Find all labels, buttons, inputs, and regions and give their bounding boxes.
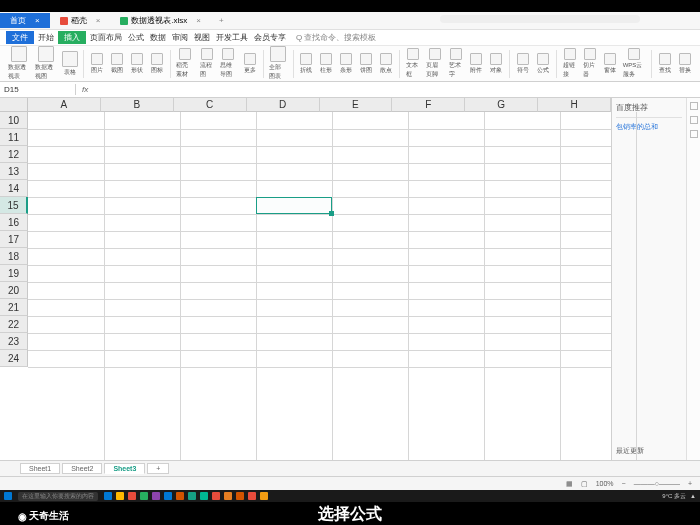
ribbon-button[interactable]: 符号 (514, 52, 532, 76)
ribbon-button[interactable]: 对象 (487, 52, 505, 76)
ribbon-button[interactable]: 流程图 (198, 47, 216, 80)
column-header[interactable]: A (28, 98, 101, 112)
taskbar-app-icon[interactable] (116, 492, 124, 500)
zoom-in-button[interactable]: + (688, 480, 692, 487)
ribbon-button[interactable]: 查找 (656, 52, 674, 76)
column-header[interactable]: D (247, 98, 320, 112)
ribbon-button[interactable]: 图片 (88, 52, 106, 76)
zoom-slider[interactable]: ———○——— (634, 480, 680, 487)
taskbar-app-icon[interactable] (224, 492, 232, 500)
taskbar-app-icon[interactable] (188, 492, 196, 500)
spreadsheet-grid[interactable]: ABCDEFGH 101112131415161718192021222324 (0, 98, 611, 460)
sheet-tab[interactable]: Sheet1 (20, 463, 60, 474)
row-header[interactable]: 22 (0, 316, 28, 333)
ribbon-button[interactable]: 散点 (377, 52, 395, 76)
row-header[interactable]: 23 (0, 333, 28, 350)
row-header[interactable]: 15 (0, 197, 28, 214)
menu-data[interactable]: 数据 (148, 31, 168, 44)
taskbar-app-icon[interactable] (140, 492, 148, 500)
column-header[interactable]: B (101, 98, 174, 112)
ribbon-button[interactable]: 表格 (61, 50, 79, 78)
tray-icon[interactable]: ▲ (690, 493, 696, 499)
column-header[interactable]: E (320, 98, 393, 112)
side-tool-icon[interactable] (690, 130, 698, 138)
column-header[interactable]: H (538, 98, 611, 112)
ribbon-button[interactable]: 条形 (337, 52, 355, 76)
task-pane-link[interactable]: 包销率的总和 (616, 122, 682, 132)
taskbar-app-icon[interactable] (176, 492, 184, 500)
ribbon-button[interactable]: 全部图表 (267, 46, 288, 82)
add-sheet-button[interactable]: + (147, 463, 169, 474)
ribbon-button[interactable]: 饼图 (357, 52, 375, 76)
fill-handle[interactable] (329, 211, 334, 216)
ribbon-button[interactable]: 截图 (108, 52, 126, 76)
command-search[interactable]: Q 查找命令、搜索模板 (296, 32, 376, 43)
active-cell[interactable] (256, 197, 332, 214)
row-header[interactable]: 19 (0, 265, 28, 282)
zoom-out-button[interactable]: − (622, 480, 626, 487)
ribbon-button[interactable]: 替换 (676, 52, 694, 76)
ribbon-button[interactable]: 思维导图 (218, 47, 239, 80)
fx-button[interactable]: fx (76, 84, 94, 95)
ribbon-button[interactable]: 超链接 (561, 47, 579, 80)
taskbar-app-icon[interactable] (128, 492, 136, 500)
column-header[interactable]: F (392, 98, 465, 112)
column-header[interactable]: C (174, 98, 247, 112)
ribbon-button[interactable]: 更多 (241, 52, 259, 76)
column-header[interactable]: G (465, 98, 538, 112)
side-tool-icon[interactable] (690, 116, 698, 124)
new-tab-button[interactable]: + (211, 14, 232, 27)
taskbar-app-icon[interactable] (200, 492, 208, 500)
ribbon-button[interactable]: 窗体 (601, 52, 619, 76)
ribbon-button[interactable]: 稻壳素材 (174, 47, 195, 80)
taskbar-app-icon[interactable] (248, 492, 256, 500)
zoom-level[interactable]: 100% (596, 480, 614, 487)
menu-layout[interactable]: 页面布局 (88, 31, 124, 44)
row-header[interactable]: 14 (0, 180, 28, 197)
taskbar-app-icon[interactable] (164, 492, 172, 500)
ribbon-button[interactable]: 页眉页脚 (424, 47, 445, 80)
horizontal-scrollbar[interactable] (440, 15, 640, 23)
row-header[interactable]: 24 (0, 350, 28, 367)
taskbar-app-icon[interactable] (260, 492, 268, 500)
menu-formula[interactable]: 公式 (126, 31, 146, 44)
view-page-icon[interactable]: ▢ (581, 480, 588, 488)
start-button[interactable] (4, 492, 12, 500)
tab-workbook[interactable]: 数据透视表.xlsx (110, 13, 211, 28)
ribbon-button[interactable]: 形状 (128, 52, 146, 76)
row-header[interactable]: 17 (0, 231, 28, 248)
tab-home[interactable]: 首页 (0, 13, 50, 28)
ribbon-button[interactable]: 图标 (148, 52, 166, 76)
row-header[interactable]: 10 (0, 112, 28, 129)
view-normal-icon[interactable]: ▦ (566, 480, 573, 488)
ribbon-button[interactable]: 文本框 (404, 47, 422, 80)
row-header[interactable]: 12 (0, 146, 28, 163)
menu-view[interactable]: 视图 (192, 31, 212, 44)
taskbar-app-icon[interactable] (152, 492, 160, 500)
sheet-tab[interactable]: Sheet3 (104, 463, 145, 474)
row-header[interactable]: 13 (0, 163, 28, 180)
taskbar-search[interactable]: 在这里输入你要搜索的内容 (18, 492, 98, 501)
ribbon-button[interactable]: 数据透视图 (33, 46, 58, 82)
weather-widget[interactable]: 9°C 多云 (662, 492, 686, 501)
ribbon-button[interactable]: WPS云服务 (621, 47, 648, 80)
taskbar-app-icon[interactable] (236, 492, 244, 500)
ribbon-button[interactable]: 附件 (467, 52, 485, 76)
sheet-tab[interactable]: Sheet2 (62, 463, 102, 474)
row-header[interactable]: 11 (0, 129, 28, 146)
ribbon-button[interactable]: 数据透视表 (6, 46, 31, 82)
ribbon-button[interactable]: 艺术字 (447, 47, 465, 80)
row-header[interactable]: 16 (0, 214, 28, 231)
menu-review[interactable]: 审阅 (170, 31, 190, 44)
menu-member[interactable]: 会员专享 (252, 31, 288, 44)
side-tool-icon[interactable] (690, 102, 698, 110)
name-box[interactable]: D15 (0, 84, 76, 95)
row-header[interactable]: 18 (0, 248, 28, 265)
ribbon-button[interactable]: 柱形 (317, 52, 335, 76)
ribbon-button[interactable]: 公式 (534, 52, 552, 76)
row-header[interactable]: 20 (0, 282, 28, 299)
taskbar-app-icon[interactable] (104, 492, 112, 500)
taskbar-app-icon[interactable] (212, 492, 220, 500)
select-all-corner[interactable] (0, 98, 28, 112)
menu-devtools[interactable]: 开发工具 (214, 31, 250, 44)
